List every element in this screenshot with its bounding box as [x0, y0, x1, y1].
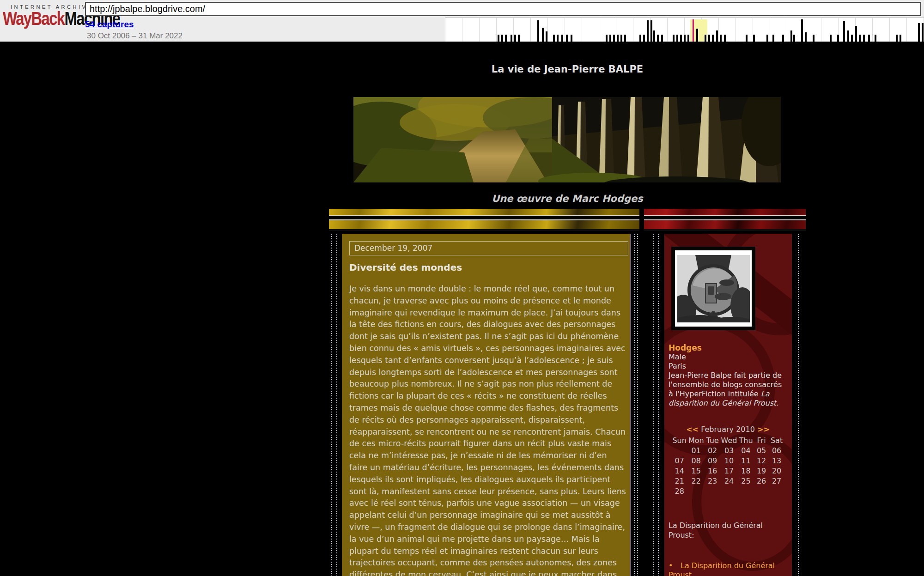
timeline-capture-bar[interactable] — [553, 35, 555, 42]
timeline-capture-bar[interactable] — [855, 26, 857, 42]
timeline-capture-bar[interactable] — [724, 35, 726, 42]
calendar-day[interactable]: 26 — [754, 476, 769, 486]
calendar-day[interactable]: 10 — [720, 456, 738, 466]
timeline-capture-bar[interactable] — [657, 35, 659, 42]
calendar-day[interactable]: 24 — [720, 476, 738, 486]
timeline-capture-bar[interactable] — [620, 35, 622, 42]
timeline-capture-bar[interactable] — [606, 35, 608, 42]
timeline-capture-bar[interactable] — [542, 28, 544, 42]
timeline-capture-bar[interactable] — [708, 35, 710, 42]
calendar-day[interactable]: 25 — [738, 476, 754, 486]
timeline-capture-bar[interactable] — [643, 35, 645, 42]
calendar-day[interactable]: 17 — [720, 466, 738, 476]
capture-timeline[interactable] — [445, 18, 924, 42]
calendar-day[interactable]: 11 — [738, 456, 754, 466]
calendar-day[interactable]: 07 — [671, 456, 687, 466]
calendar: << February 2010 >> SunMonTueWedThuFriSa… — [669, 424, 787, 497]
timeline-capture-bar[interactable] — [868, 35, 870, 42]
timeline-capture-bar[interactable] — [716, 30, 718, 42]
calendar-day[interactable]: 02 — [705, 446, 720, 456]
calendar-day[interactable]: 27 — [769, 476, 784, 486]
calendar-day[interactable]: 04 — [738, 446, 754, 456]
timeline-capture-bar[interactable] — [505, 35, 507, 42]
timeline-capture-bar[interactable] — [673, 35, 675, 42]
timeline-capture-bar[interactable] — [859, 35, 861, 42]
timeline-capture-bar[interactable] — [661, 35, 663, 42]
calendar-empty-cell — [671, 446, 687, 456]
timeline-capture-bar[interactable] — [676, 35, 678, 42]
calendar-day[interactable]: 06 — [769, 446, 784, 456]
timeline-capture-bar[interactable] — [561, 35, 563, 42]
timeline-capture-bar[interactable] — [851, 35, 853, 42]
timeline-capture-bar[interactable] — [613, 35, 615, 42]
timeline-capture-bar[interactable] — [918, 23, 920, 42]
timeline-capture-bar[interactable] — [801, 19, 803, 42]
url-input[interactable] — [85, 2, 921, 16]
timeline-capture-bar[interactable] — [566, 35, 568, 42]
sidebar-link[interactable]: La Disparition du Général Proust. — [669, 561, 775, 576]
calendar-day[interactable]: 13 — [769, 456, 784, 466]
calendar-day[interactable]: 09 — [705, 456, 720, 466]
timeline-capture-bar[interactable] — [900, 35, 901, 42]
timeline-capture-bar[interactable] — [624, 35, 626, 42]
timeline-capture-bar[interactable] — [772, 35, 774, 42]
calendar-day[interactable]: 14 — [671, 466, 687, 476]
timeline-capture-bar[interactable] — [696, 29, 698, 42]
calendar-day[interactable]: 23 — [705, 476, 720, 486]
calendar-day[interactable]: 18 — [738, 466, 754, 476]
timeline-capture-bar[interactable] — [896, 35, 898, 42]
timeline-capture-bar[interactable] — [639, 35, 641, 42]
timeline-capture-bar[interactable] — [511, 35, 512, 42]
timeline-capture-bar[interactable] — [571, 35, 572, 42]
calendar-day[interactable]: 28 — [671, 486, 687, 497]
timeline-capture-bar[interactable] — [793, 35, 795, 42]
calendar-day[interactable]: 19 — [754, 466, 769, 476]
calendar-day[interactable]: 08 — [687, 456, 705, 466]
timeline-capture-bar[interactable] — [863, 35, 865, 42]
calendar-day[interactable]: 15 — [687, 466, 705, 476]
timeline-capture-bar[interactable] — [514, 35, 516, 42]
timeline-capture-bar[interactable] — [746, 35, 748, 42]
timeline-capture-bar[interactable] — [557, 35, 559, 42]
timeline-capture-bar[interactable] — [498, 35, 499, 42]
timeline-capture-bar[interactable] — [609, 35, 611, 42]
timeline-capture-bar[interactable] — [843, 21, 845, 42]
timeline-capture-bar[interactable] — [518, 35, 520, 42]
calendar-day[interactable]: 05 — [754, 446, 769, 456]
timeline-capture-bar[interactable] — [653, 30, 655, 42]
timeline-capture-bar[interactable] — [650, 20, 652, 42]
timeline-capture-bar[interactable] — [847, 30, 849, 42]
timeline-capture-bar[interactable] — [617, 35, 619, 42]
calendar-day[interactable]: 01 — [687, 446, 705, 456]
timeline-capture-bar[interactable] — [830, 35, 832, 42]
calendar-prev-button[interactable]: << — [686, 425, 699, 434]
calendar-day[interactable]: 16 — [705, 466, 720, 476]
timeline-capture-bar[interactable] — [782, 35, 784, 42]
timeline-capture-bar[interactable] — [687, 35, 689, 42]
timeline-capture-bar[interactable] — [680, 35, 682, 42]
timeline-capture-bar[interactable] — [813, 35, 815, 42]
timeline-capture-bar[interactable] — [647, 20, 649, 42]
timeline-capture-bar[interactable] — [837, 35, 839, 42]
calendar-day[interactable]: 03 — [720, 446, 738, 456]
timeline-capture-bar[interactable] — [875, 35, 876, 42]
timeline-capture-bar[interactable] — [790, 30, 792, 42]
timeline-capture-bar[interactable] — [805, 32, 807, 42]
calendar-day[interactable]: 12 — [754, 456, 769, 466]
calendar-day[interactable]: 22 — [687, 476, 705, 486]
calendar-day[interactable]: 21 — [671, 476, 687, 486]
timeline-current-marker — [693, 19, 694, 42]
timeline-capture-bar[interactable] — [684, 35, 686, 42]
timeline-capture-bar[interactable] — [720, 35, 722, 42]
timeline-capture-bar[interactable] — [501, 35, 503, 42]
timeline-capture-bar[interactable] — [712, 35, 714, 42]
timeline-capture-bar[interactable] — [753, 35, 755, 42]
timeline-capture-bar[interactable] — [546, 31, 547, 42]
timeline-capture-bar[interactable] — [537, 20, 539, 42]
calendar-day[interactable]: 20 — [769, 466, 784, 476]
timeline-capture-bar[interactable] — [922, 23, 924, 42]
timeline-capture-bar[interactable] — [705, 35, 706, 42]
calendar-next-button[interactable]: >> — [757, 425, 770, 434]
captures-link[interactable]: 54 captures — [85, 19, 134, 30]
timeline-capture-bar[interactable] — [766, 35, 768, 42]
